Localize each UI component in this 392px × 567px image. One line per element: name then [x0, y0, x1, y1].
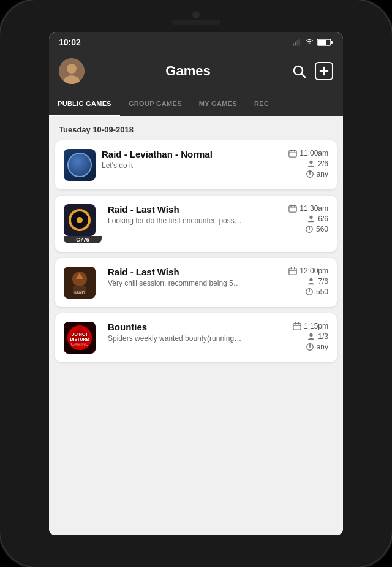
game-desc: Very chill session, recommend being 550+… — [108, 279, 243, 287]
game-players: 2/6 — [318, 159, 328, 168]
players-icon — [307, 332, 315, 341]
add-button[interactable] — [315, 62, 333, 80]
tab-public-games[interactable]: PUBLIC GAMES — [49, 93, 120, 116]
meta-time: 1:15pm — [293, 322, 328, 330]
game-time: 11:00am — [300, 149, 328, 158]
status-time: 10:02 — [59, 37, 81, 47]
power-icon — [305, 287, 314, 296]
power-icon — [305, 225, 314, 234]
meta-power: 550 — [305, 287, 328, 296]
screen: 10:02 — [49, 32, 343, 535]
power-icon — [306, 170, 314, 178]
game-meta: 11:00am 2/6 any — [288, 149, 328, 178]
header-title: Games — [165, 63, 210, 79]
game-time: 11:30am — [300, 204, 328, 213]
svg-point-47 — [310, 333, 313, 336]
game-info: Raid - Leviathan - Normal Let's do it — [102, 149, 284, 170]
svg-rect-43 — [293, 323, 301, 330]
status-icons — [293, 38, 333, 47]
meta-power: 560 — [305, 225, 328, 234]
svg-rect-1 — [295, 42, 296, 45]
search-icon[interactable] — [292, 64, 306, 78]
game-card[interactable]: Raid - Leviathan - Normal Let's do it 11… — [55, 140, 337, 189]
tab-my-games[interactable]: MY GAMES — [190, 93, 246, 116]
game-avatar-leviathan — [64, 149, 96, 181]
game-card[interactable]: MAD Raid - Last Wish Very chill session,… — [55, 258, 337, 307]
game-meta: 12:00pm 7/6 550 — [288, 267, 328, 296]
speaker-bar — [172, 20, 221, 25]
tab-rec[interactable]: REC — [246, 93, 277, 116]
meta-players: 2/6 — [307, 159, 328, 168]
players-icon — [307, 277, 315, 286]
calendar-icon — [288, 267, 297, 275]
meta-power: any — [306, 170, 328, 178]
game-power: any — [317, 170, 328, 178]
game-desc: Let's do it — [102, 161, 236, 170]
svg-point-35 — [310, 278, 313, 281]
game-info: Raid - Last Wish Very chill session, rec… — [108, 267, 284, 287]
svg-rect-5 — [318, 40, 326, 45]
content-area: Tuesday 10-09-2018 Raid - Leviathan - No… — [49, 116, 343, 535]
meta-players: 1/3 — [307, 332, 328, 341]
game-info: Raid - Last Wish Looking for do the firs… — [108, 204, 284, 225]
svg-text:DISTURB: DISTURB — [70, 337, 89, 341]
header-actions — [292, 62, 333, 80]
game-card[interactable]: DO NOT DISTURB GAMING Bounties Spiders w… — [55, 313, 337, 362]
game-power: any — [317, 343, 328, 351]
game-avatar-bounties: DO NOT DISTURB GAMING — [64, 322, 96, 354]
svg-rect-31 — [289, 268, 296, 275]
game-title: Raid - Leviathan - Normal — [102, 149, 284, 159]
game-desc: Looking for do the first encounter, poss… — [108, 216, 243, 225]
tabs: PUBLIC GAMES GROUP GAMES MY GAMES REC — [49, 93, 343, 116]
svg-text:DO NOT: DO NOT — [71, 332, 88, 337]
svg-point-18 — [310, 160, 313, 163]
calendar-icon — [288, 149, 297, 158]
battery-icon — [317, 38, 333, 47]
game-time: 1:15pm — [304, 322, 328, 330]
svg-point-8 — [67, 64, 77, 74]
game-meta: 1:15pm 1/3 any — [293, 322, 328, 351]
svg-rect-2 — [296, 40, 298, 45]
power-icon — [306, 343, 314, 351]
meta-time: 11:00am — [288, 149, 328, 158]
meta-players: 6/6 — [307, 215, 328, 223]
game-avatar-last-wish-2: MAD — [64, 267, 96, 299]
meta-time: 12:00pm — [288, 267, 328, 275]
svg-rect-0 — [293, 43, 294, 45]
game-avatar-last-wish-1 — [64, 204, 96, 236]
game-power: 560 — [316, 225, 328, 234]
meta-power: any — [306, 343, 328, 351]
header: Games — [49, 52, 343, 93]
signal-icon — [293, 38, 301, 47]
players-icon — [307, 159, 315, 168]
svg-text:MAD: MAD — [74, 290, 85, 295]
status-bar: 10:02 — [49, 32, 343, 52]
svg-rect-3 — [298, 39, 300, 46]
game-title: Raid - Last Wish — [108, 204, 284, 215]
game-meta: 11:30am 6/6 560 — [288, 204, 328, 234]
game-title: Bounties — [108, 322, 288, 332]
date-header: Tuesday 10-09-2018 — [49, 116, 343, 140]
svg-text:GAMING: GAMING — [71, 342, 89, 346]
game-info: Bounties Spiders weekly wanted bounty(ru… — [108, 322, 288, 343]
user-avatar[interactable] — [59, 58, 85, 84]
svg-point-24 — [310, 215, 313, 218]
phone-frame: 10:02 — [0, 0, 392, 567]
game-time: 12:00pm — [300, 267, 328, 275]
game-desc: Spiders weekly wanted bounty(running 3 c… — [108, 334, 243, 343]
svg-rect-20 — [289, 205, 296, 212]
avatar-label: C776 — [64, 236, 102, 243]
calendar-icon — [293, 322, 301, 330]
tab-group-games[interactable]: GROUP GAMES — [120, 93, 190, 116]
game-power: 550 — [316, 287, 328, 296]
game-card[interactable]: C776 Raid - Last Wish Looking for do the… — [55, 196, 337, 252]
game-title: Raid - Last Wish — [108, 267, 284, 277]
meta-players: 7/6 — [307, 277, 328, 286]
game-players: 6/6 — [318, 215, 328, 223]
svg-line-11 — [301, 74, 305, 77]
wifi-icon — [305, 38, 314, 47]
game-players: 1/3 — [318, 332, 328, 341]
svg-rect-14 — [289, 150, 296, 157]
calendar-icon — [288, 204, 297, 213]
game-players: 7/6 — [318, 277, 328, 286]
